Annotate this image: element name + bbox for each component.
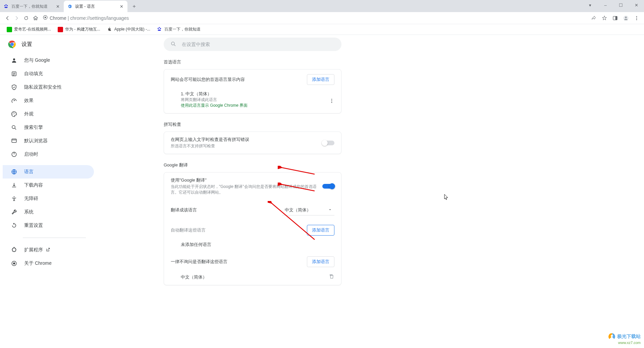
svg-point-33 — [331, 102, 332, 103]
tab-title: 设置 - 语言 — [75, 4, 119, 9]
toolbar: Chrome | chrome://settings/languages — [0, 12, 644, 24]
more-icon[interactable] — [329, 98, 334, 105]
use-translate-desc: 当此功能处于开启状态时，"Google 翻译"会询问您是否要将网站翻译成您的首选… — [171, 184, 322, 195]
sidebar-item-search[interactable]: 搜索引擎 — [3, 121, 94, 134]
forward-button[interactable] — [12, 13, 21, 23]
sidebar-item-accessibility[interactable]: 无障碍 — [3, 192, 94, 205]
sidebar-item-you-google[interactable]: 您与 Google — [3, 54, 94, 67]
add-auto-language-button[interactable]: 添加语言 — [307, 225, 334, 236]
sidebar-item-downloads[interactable]: 下载内容 — [3, 179, 94, 192]
autofill-icon — [11, 70, 17, 77]
star-icon[interactable] — [600, 13, 609, 23]
bookmark-item[interactable]: Apple (中国大陆) -... — [104, 25, 153, 34]
svg-rect-24 — [12, 139, 16, 143]
svg-point-14 — [159, 27, 160, 28]
sidebar-item-performance[interactable]: 效果 — [3, 94, 94, 107]
svg-point-31 — [331, 99, 332, 100]
chevron-down-icon — [328, 207, 332, 212]
panel-icon[interactable] — [610, 13, 620, 23]
spellcheck-sub: 所选语言不支持拼写检查 — [171, 143, 322, 149]
close-icon[interactable]: ✕ — [55, 4, 60, 9]
spellcheck-toggle — [322, 141, 334, 145]
target-lang-select[interactable]: 中文（简体） — [282, 205, 334, 215]
chrome-logo-icon — [8, 40, 16, 48]
about-icon — [11, 260, 17, 267]
tab-baidu[interactable]: 百度一下，你就知道 ✕ — [0, 1, 64, 12]
bookmark-favicon — [58, 27, 63, 32]
address-bar[interactable]: Chrome | chrome://settings/languages — [43, 15, 129, 21]
language-name: 1. 中文（简体） — [181, 91, 334, 97]
sidebar-item-reset[interactable]: 重置设置 — [3, 219, 94, 232]
preferred-languages-card: 网站会尽可能以您的首选语言显示内容 添加语言 1. 中文（简体） 将网页翻译成此… — [164, 69, 341, 113]
settings-title: 设置 — [21, 41, 32, 48]
download-icon — [11, 182, 17, 189]
translate-card: 使用"Google 翻译" 当此功能处于开启状态时，"Google 翻译"会询问… — [164, 172, 341, 285]
search-input[interactable] — [182, 42, 335, 47]
accessibility-icon — [11, 195, 17, 202]
apple-icon — [107, 27, 112, 32]
spellcheck-desc: 在网页上输入文字时检查是否有拼写错误 — [171, 137, 322, 143]
maximize-button[interactable]: ☐ — [613, 0, 629, 10]
settings-favicon — [67, 4, 72, 9]
section-title-translate: Google 翻译 — [164, 162, 188, 168]
close-icon[interactable]: ✕ — [119, 4, 124, 9]
dropdown-icon[interactable]: ▾ — [582, 0, 598, 10]
tab-strip: 百度一下，你就知道 ✕ 设置 - 语言 ✕ ▾ – ☐ ✕ — [0, 0, 644, 12]
tab-settings[interactable]: 设置 - 语言 ✕ — [64, 1, 127, 12]
add-never-language-button[interactable]: 添加语言 — [307, 256, 334, 267]
menu-icon[interactable] — [632, 13, 641, 23]
sidebar-item-appearance[interactable]: 外观 — [3, 107, 94, 121]
bookmark-item[interactable]: 华为 - 构建万物互... — [55, 25, 103, 34]
close-window-button[interactable]: ✕ — [629, 0, 644, 10]
svg-point-11 — [636, 19, 637, 20]
svg-point-18 — [13, 58, 15, 60]
spellcheck-card: 在网页上输入文字时检查是否有拼写错误 所选语言不支持拼写检查 — [164, 132, 341, 154]
search-icon — [170, 41, 176, 48]
home-button[interactable] — [31, 13, 40, 23]
svg-point-4 — [45, 17, 46, 18]
reload-button[interactable] — [21, 13, 31, 23]
bookmark-item[interactable]: 百度一下，你就知道 — [154, 25, 203, 34]
trash-icon[interactable] — [329, 274, 334, 280]
share-icon[interactable] — [589, 13, 598, 23]
sidebar-item-autofill[interactable]: 自动填充 — [3, 67, 94, 81]
wrench-icon — [11, 209, 17, 215]
sidebar-item-system[interactable]: 系统 — [3, 205, 94, 219]
svg-point-8 — [625, 16, 627, 18]
new-tab-button[interactable] — [129, 2, 139, 11]
svg-point-10 — [636, 17, 637, 18]
power-icon — [11, 151, 17, 158]
svg-point-20 — [12, 114, 13, 114]
sidebar-item-extensions[interactable]: 扩展程序 — [3, 243, 94, 257]
extension-icon — [11, 247, 17, 253]
svg-point-21 — [13, 112, 14, 113]
svg-rect-6 — [615, 16, 617, 20]
auto-translate-empty: 未添加任何语言 — [164, 238, 341, 252]
profile-icon[interactable] — [621, 13, 631, 23]
never-lang-item: 中文（简体） — [181, 274, 329, 280]
settings-search[interactable] — [164, 38, 341, 51]
sidebar-item-language[interactable]: 语言 — [3, 165, 94, 179]
svg-point-0 — [4, 5, 6, 6]
address-prefix: Chrome — [50, 15, 66, 21]
target-lang-label: 翻译成该语言 — [171, 207, 282, 213]
sidebar-item-default-browser[interactable]: 默认浏览器 — [3, 134, 94, 148]
svg-point-12 — [158, 28, 159, 29]
search-icon — [11, 124, 17, 131]
reset-icon — [11, 222, 17, 229]
palette-icon — [11, 111, 17, 117]
back-button[interactable] — [3, 13, 12, 23]
sidebar-item-about[interactable]: 关于 Chrome — [3, 257, 94, 270]
language-item: 1. 中文（简体） 将网页翻译成此语言 使用此语言显示 Google Chrom… — [164, 90, 341, 113]
minimize-button[interactable]: – — [598, 0, 613, 10]
add-language-button[interactable]: 添加语言 — [307, 74, 334, 85]
window-controls: ▾ – ☐ ✕ — [582, 0, 644, 10]
sidebar-item-startup[interactable]: 启动时 — [3, 148, 94, 161]
bookmark-item[interactable]: 爱奇艺-在线视频网... — [4, 25, 54, 34]
never-translate-label: 一律不询问是否翻译这些语言 — [171, 259, 307, 265]
sidebar-item-privacy[interactable]: 隐私设置和安全性 — [3, 81, 94, 94]
section-title-preferred: 首选语言 — [164, 59, 181, 65]
use-translate-toggle[interactable] — [322, 184, 334, 189]
tab-title: 百度一下，你就知道 — [11, 4, 55, 9]
address-url: | chrome://settings/languages — [66, 15, 129, 21]
